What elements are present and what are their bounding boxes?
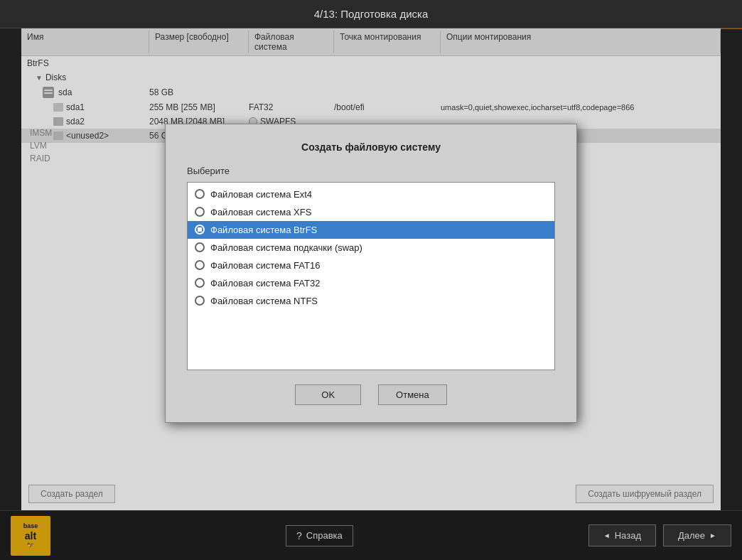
logo-base: base <box>23 522 38 530</box>
radio-ntfs[interactable] <box>195 296 205 306</box>
help-icon: ? <box>296 530 302 542</box>
header: 4/13: Подготовка диска <box>0 0 742 28</box>
dialog-title: Создать файловую систему <box>187 141 555 153</box>
nav-buttons: ◄ Назад Далее ► <box>588 524 731 546</box>
logo-icon: 🦅 <box>27 542 34 549</box>
list-item[interactable]: Файловая система Ext4 <box>188 185 554 203</box>
radio-swap[interactable] <box>195 242 205 252</box>
footer: base alt 🦅 ? Справка ◄ Назад Далее ► <box>0 510 742 560</box>
radio-ext4[interactable] <box>195 189 205 199</box>
logo: base alt 🦅 <box>11 516 50 556</box>
dialog-label: Выберите <box>187 166 555 176</box>
header-title: 4/13: Подготовка диска <box>314 8 429 20</box>
logo-alt: alt <box>25 530 36 542</box>
list-item-selected[interactable]: Файловая система BtrFS <box>188 221 554 239</box>
back-button[interactable]: ◄ Назад <box>588 524 656 546</box>
dialog-buttons: OK Отмена <box>187 384 555 405</box>
list-item[interactable]: Файловая система подкачки (swap) <box>188 239 554 257</box>
list-item[interactable]: Файловая система XFS <box>188 203 554 221</box>
list-item[interactable]: Файловая система NTFS <box>188 292 554 310</box>
next-button[interactable]: Далее ► <box>663 524 731 546</box>
logo-area: base alt 🦅 <box>11 516 50 556</box>
radio-fat32[interactable] <box>195 278 205 288</box>
radio-btrfs[interactable] <box>195 225 205 235</box>
next-arrow-icon: ► <box>709 532 716 539</box>
dialog-ok-button[interactable]: OK <box>295 384 361 405</box>
list-item[interactable]: Файловая система FAT32 <box>188 274 554 292</box>
radio-fat16[interactable] <box>195 260 205 270</box>
dialog-cancel-button[interactable]: Отмена <box>378 384 447 405</box>
back-arrow-icon: ◄ <box>603 532 611 539</box>
list-item[interactable]: Файловая система FAT16 <box>188 257 554 274</box>
dialog-listbox[interactable]: Файловая система Ext4 Файловая система X… <box>187 182 555 370</box>
dialog-overlay: Создать файловую систему Выберите Файлов… <box>0 36 742 510</box>
dialog: Создать файловую систему Выберите Файлов… <box>165 124 577 423</box>
radio-xfs[interactable] <box>195 207 205 217</box>
help-button[interactable]: ? Справка <box>286 525 353 546</box>
